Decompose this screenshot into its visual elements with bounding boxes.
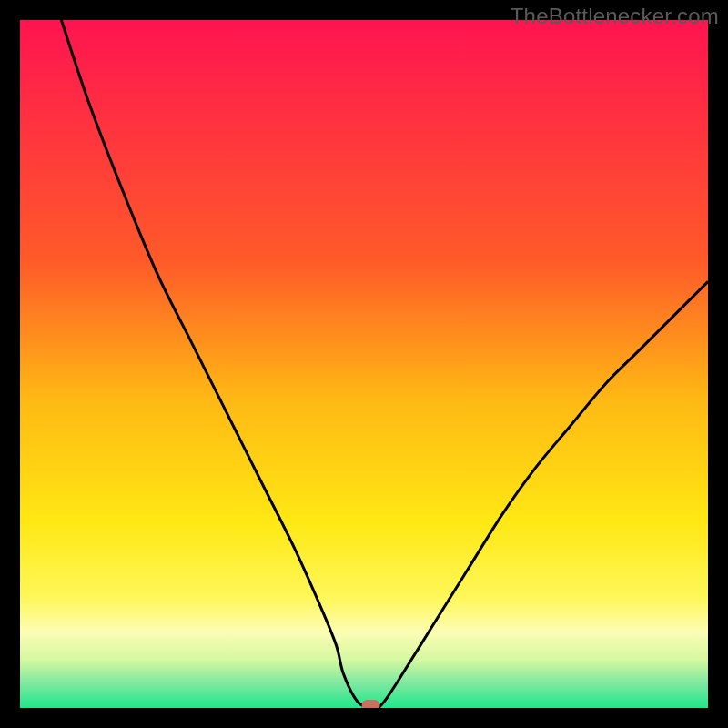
minimum-marker [362,700,380,708]
curve-path [61,20,708,708]
attribution-label: TheBottlenecker.com [511,4,719,29]
plot-area [20,20,708,708]
bottleneck-curve [20,20,708,708]
bottleneck-chart: TheBottlenecker.com [0,0,728,728]
